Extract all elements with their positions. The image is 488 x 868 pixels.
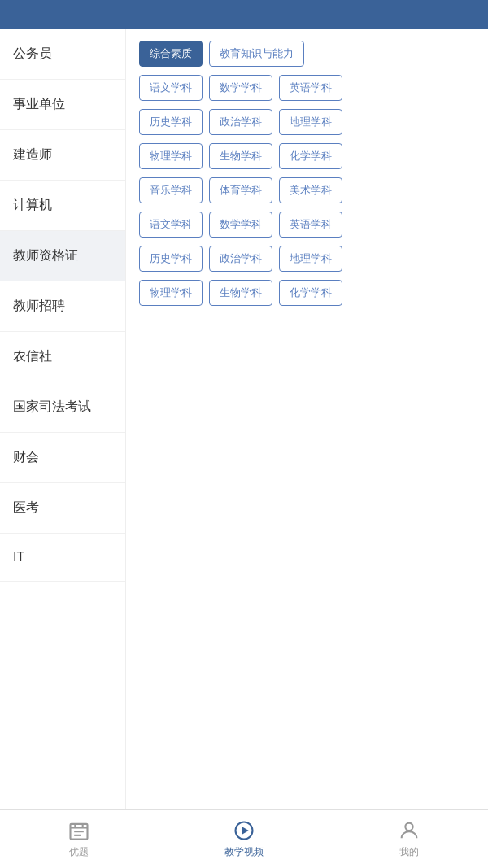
tag-row-2: 历史学科政治学科地理学科 — [139, 109, 475, 135]
tab-video[interactable]: 教学视频 — [224, 819, 264, 859]
right-panel: 综合素质教育知识与能力语文学科数学学科英语学科历史学科政治学科地理学科物理学科生… — [126, 29, 488, 809]
tag-2-0[interactable]: 历史学科 — [139, 109, 203, 135]
sidebar-item-gongwuyuan[interactable]: 公务员 — [0, 29, 125, 80]
tag-6-1[interactable]: 政治学科 — [209, 246, 272, 272]
tag-7-2[interactable]: 化学学科 — [279, 280, 342, 306]
sidebar: 公务员事业单位建造师计算机教师资格证教师招聘农信社国家司法考试财会医考IT — [0, 29, 126, 809]
tag-3-2[interactable]: 化学学科 — [279, 143, 342, 169]
tag-7-1[interactable]: 生物学科 — [209, 280, 272, 306]
tab-profile[interactable]: 我的 — [398, 819, 420, 859]
tab-label-video: 教学视频 — [224, 845, 264, 859]
tag-4-2[interactable]: 美术学科 — [279, 177, 342, 203]
tag-3-1[interactable]: 生物学科 — [209, 143, 272, 169]
tag-5-1[interactable]: 数学学科 — [209, 212, 272, 238]
sidebar-item-jiaoshizhaoping[interactable]: 教师招聘 — [0, 281, 125, 332]
tag-5-0[interactable]: 语文学科 — [139, 212, 203, 238]
tab-label-profile: 我的 — [399, 845, 419, 859]
tag-1-1[interactable]: 数学学科 — [209, 75, 272, 101]
tag-0-1[interactable]: 教育知识与能力 — [209, 41, 304, 67]
tag-0-0[interactable]: 综合素质 — [139, 41, 203, 67]
sidebar-item-jiaoshizige[interactable]: 教师资格证 — [0, 231, 125, 281]
sidebar-item-yikao[interactable]: 医考 — [0, 483, 125, 534]
content-area: 公务员事业单位建造师计算机教师资格证教师招聘农信社国家司法考试财会医考IT 综合… — [0, 29, 488, 809]
tag-6-0[interactable]: 历史学科 — [139, 246, 203, 272]
tab-bar: 优题 教学视频 我的 — [0, 809, 488, 868]
tag-4-0[interactable]: 音乐学科 — [139, 177, 203, 203]
video-icon — [233, 819, 255, 842]
tag-row-6: 历史学科政治学科地理学科 — [139, 246, 475, 272]
tag-7-0[interactable]: 物理学科 — [139, 280, 203, 306]
tag-5-2[interactable]: 英语学科 — [279, 212, 342, 238]
sidebar-item-guojiasifa[interactable]: 国家司法考试 — [0, 382, 125, 433]
tag-row-7: 物理学科生物学科化学学科 — [139, 280, 475, 306]
svg-marker-7 — [242, 827, 249, 834]
tag-2-2[interactable]: 地理学科 — [279, 109, 342, 135]
tab-home[interactable]: 优题 — [68, 819, 90, 859]
tag-row-5: 语文学科数学学科英语学科 — [139, 212, 475, 238]
tag-2-1[interactable]: 政治学科 — [209, 109, 272, 135]
tag-3-0[interactable]: 物理学科 — [139, 143, 203, 169]
tag-6-2[interactable]: 地理学科 — [279, 246, 342, 272]
tag-row-0: 综合素质教育知识与能力 — [139, 41, 475, 67]
profile-icon — [398, 819, 420, 842]
page-header — [0, 0, 488, 29]
tag-row-3: 物理学科生物学科化学学科 — [139, 143, 475, 169]
sidebar-item-it[interactable]: IT — [0, 534, 125, 582]
tag-row-4: 音乐学科体育学科美术学科 — [139, 177, 475, 203]
tag-4-1[interactable]: 体育学科 — [209, 177, 272, 203]
tag-1-2[interactable]: 英语学科 — [279, 75, 342, 101]
sidebar-item-shiyedanwei[interactable]: 事业单位 — [0, 80, 125, 130]
tag-row-1: 语文学科数学学科英语学科 — [139, 75, 475, 101]
sidebar-item-nongxinshe[interactable]: 农信社 — [0, 332, 125, 382]
home-icon — [68, 819, 90, 842]
svg-point-8 — [406, 823, 413, 831]
sidebar-item-caihui[interactable]: 财会 — [0, 433, 125, 483]
sidebar-item-jianzoashi[interactable]: 建造师 — [0, 130, 125, 181]
tag-1-0[interactable]: 语文学科 — [139, 75, 203, 101]
sidebar-item-jisuanji[interactable]: 计算机 — [0, 181, 125, 231]
tab-label-home: 优题 — [69, 845, 89, 859]
